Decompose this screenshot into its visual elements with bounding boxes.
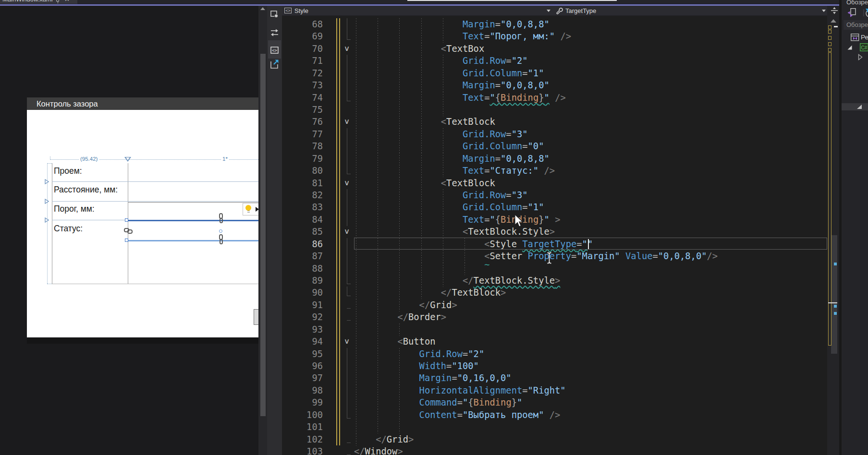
code-token-d: < xyxy=(397,336,403,347)
tab-mainwindow-xaml[interactable]: MainWindow.xaml ✕ xyxy=(0,0,77,4)
editor-scrollbar-thumb[interactable] xyxy=(831,235,837,354)
editor-vertical-scrollbar[interactable] xyxy=(827,6,839,455)
filter-history-icon[interactable] xyxy=(866,9,868,17)
code-line-91[interactable]: 91 </Grid> xyxy=(282,299,827,311)
split-editor-icon[interactable] xyxy=(831,7,838,14)
code-line-99[interactable]: 99 Command="{Binding}" xyxy=(282,396,827,409)
code-line-81[interactable]: 81∨ <TextBlock xyxy=(282,177,827,190)
chevron-down-icon[interactable] xyxy=(547,10,550,12)
solution-item-label[interactable]: Ре xyxy=(861,34,868,41)
code-line-70[interactable]: 70∨ <TextBox xyxy=(282,43,827,55)
code-area[interactable]: 68 Margin="0,0,8,8"69 Text="Порог, мм:" … xyxy=(282,16,839,455)
code-line-76[interactable]: 76∨ <TextBlock xyxy=(282,116,827,128)
csharp-project-icon[interactable]: C# xyxy=(860,43,868,51)
fold-collapse-icon[interactable]: ∨ xyxy=(342,115,351,128)
designer-scrollbar-thumb[interactable] xyxy=(260,54,266,416)
code-line-87[interactable]: 87 <Setter Property="Margin" Value="0,0,… xyxy=(282,250,827,263)
code-line-80[interactable]: 80 Text="Статус:" /> xyxy=(282,165,827,177)
row-grip-icon[interactable] xyxy=(45,179,49,184)
lightbulb-icon xyxy=(245,205,251,211)
change-bar xyxy=(339,263,340,275)
designer-editor-splitter[interactable]: <> xyxy=(267,6,282,455)
breadcrumb-property[interactable]: TargetType xyxy=(565,7,596,14)
row-grip-icon[interactable] xyxy=(45,199,49,204)
text-caret xyxy=(588,239,589,249)
solution-explorer-toolbar xyxy=(847,8,868,18)
fold-collapse-icon[interactable]: ∨ xyxy=(342,177,351,189)
change-bar xyxy=(336,250,337,262)
code-line-82[interactable]: 82 Grid.Row="3" xyxy=(282,189,827,202)
xaml-code-editor[interactable]: <> Style TargetType 68 Margin="0,0,8,8"6… xyxy=(282,6,839,455)
code-line-100[interactable]: 100 Content="Выбрать проем" /> xyxy=(282,409,827,421)
popout-icon[interactable] xyxy=(271,60,279,69)
change-bar xyxy=(339,189,340,201)
change-bar xyxy=(336,116,337,128)
code-line-103[interactable]: 103</Window> xyxy=(282,445,827,455)
code-line-83[interactable]: 83 Grid.Column="1" xyxy=(282,201,827,214)
preview-button[interactable] xyxy=(254,309,258,325)
code-line-97[interactable]: 97 Margin="0,16,0,0" xyxy=(282,372,827,384)
code-line-79[interactable]: 79 Margin="0,0,8,8" xyxy=(282,153,827,165)
selection-handle[interactable] xyxy=(125,218,128,222)
column-star-label[interactable]: 1* xyxy=(221,156,229,162)
code-token-v: "Margin" xyxy=(576,251,620,261)
code-line-89[interactable]: 89 </TextBlock.Style> xyxy=(282,275,827,287)
code-line-84[interactable]: 84 Text="{Binding}" > xyxy=(282,214,827,226)
scroll-up-icon[interactable] xyxy=(260,7,265,10)
code-line-93[interactable]: 93 xyxy=(282,323,827,336)
code-line-68[interactable]: 68 Margin="0,0,8,8" xyxy=(282,18,827,31)
collapsed-chevron-icon[interactable] xyxy=(857,54,863,60)
fold-collapse-icon[interactable]: ∨ xyxy=(342,225,351,238)
panel-splitter-grip[interactable] xyxy=(842,103,868,110)
swap-panes-icon[interactable] xyxy=(271,29,278,36)
code-line-92[interactable]: 92 </Border> xyxy=(282,311,827,323)
anchor-center-dot xyxy=(219,229,222,233)
close-icon[interactable]: ✕ xyxy=(64,0,69,3)
code-line-101[interactable]: 101 xyxy=(282,421,827,433)
preview-textbox[interactable] xyxy=(128,202,258,220)
row-grip-icon[interactable] xyxy=(45,217,49,223)
code-line-73[interactable]: 73 Margin="0,0,8,0" xyxy=(282,79,827,92)
column-width-label[interactable]: (95.42) xyxy=(79,156,99,162)
code-line-88[interactable]: 88 ~ xyxy=(282,263,827,275)
code-line-74[interactable]: 74 Text="{Binding}" /> xyxy=(282,92,827,104)
quick-actions-lightbulb[interactable] xyxy=(243,203,258,216)
fold-collapse-icon[interactable]: ∨ xyxy=(342,42,351,55)
code-line-102[interactable]: 102 </Grid> xyxy=(282,433,827,446)
xaml-view-icon[interactable]: <> xyxy=(271,47,278,53)
code-line-95[interactable]: 95 Grid.Row="2" xyxy=(282,348,827,360)
code-line-90[interactable]: 90 </TextBlock> xyxy=(282,287,827,299)
line-number: 99 xyxy=(303,396,323,408)
fold-collapse-icon[interactable]: ∨ xyxy=(342,335,351,347)
change-tracking-mark xyxy=(828,52,831,346)
scroll-up-icon[interactable] xyxy=(831,19,836,23)
designer-row-label[interactable]: Статус: xyxy=(54,224,83,234)
solution-explorer-search[interactable]: Обозре xyxy=(844,20,868,30)
sync-with-active-document-icon[interactable] xyxy=(848,9,856,17)
designer-vertical-scrollbar[interactable] xyxy=(258,6,267,455)
code-line-78[interactable]: 78 Grid.Column="0" xyxy=(282,140,827,153)
code-line-75[interactable]: 75 xyxy=(282,104,827,116)
designer-row-label[interactable]: Проем: xyxy=(54,166,82,176)
selection-handle[interactable] xyxy=(125,239,128,242)
pin-icon[interactable] xyxy=(56,0,60,3)
code-line-96[interactable]: 96 Width="100" xyxy=(282,360,827,372)
design-view-icon[interactable] xyxy=(271,11,278,18)
code-line-98[interactable]: 98 HorizontalAlignment="Right" xyxy=(282,384,827,397)
breadcrumb-element[interactable]: Style xyxy=(294,7,308,14)
code-token-a: Text xyxy=(463,166,484,176)
code-line-72[interactable]: 72 Grid.Column="1" xyxy=(282,67,827,80)
preview-window-body[interactable]: (95.42)1*Проем:Расстояние, мм:Порог, мм:… xyxy=(27,110,258,337)
code-line-69[interactable]: 69 Text="Порог, мм:" /> xyxy=(282,30,827,43)
expanded-arrow-icon[interactable] xyxy=(847,45,853,50)
code-line-94[interactable]: 94∨ <Button xyxy=(282,335,827,348)
chevron-down-icon[interactable] xyxy=(822,10,826,12)
code-token-eq: = xyxy=(571,251,576,261)
xaml-designer-pane[interactable]: Контроль зазора (95.42)1*Проем:Расстояни… xyxy=(0,6,258,455)
code-line-85[interactable]: 85∨ <TextBlock.Style> xyxy=(282,226,827,238)
code-line-77[interactable]: 77 Grid.Row="3" xyxy=(282,128,827,141)
designer-row-label[interactable]: Порог, мм: xyxy=(54,204,95,214)
code-line-71[interactable]: 71 Grid.Row="2" xyxy=(282,55,827,67)
designer-row-label[interactable]: Расстояние, мм: xyxy=(54,185,118,195)
code-text: Text="{Binding}" /> xyxy=(354,92,566,104)
